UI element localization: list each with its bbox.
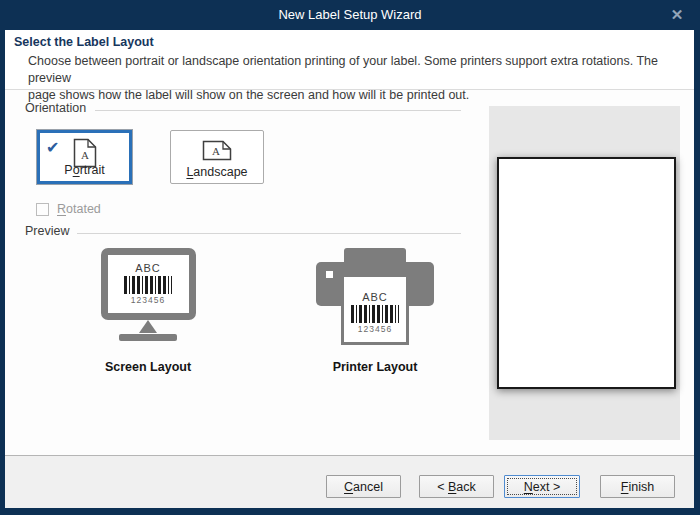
printer-paper: ABC 123456	[341, 274, 409, 345]
group-divider	[95, 110, 461, 111]
barcode-graphic	[351, 305, 399, 323]
label-text: ABC	[349, 291, 401, 304]
label-digits: 123456	[349, 324, 401, 335]
check-icon: ✔	[46, 140, 59, 156]
rotated-checkbox[interactable]	[36, 203, 49, 216]
label-digits: 123456	[122, 295, 174, 306]
label-text: ABC	[122, 262, 174, 275]
svg-text:A: A	[212, 145, 220, 157]
close-icon: ✕	[671, 6, 684, 23]
description-line-1: Choose between portrait or landscape ori…	[28, 53, 694, 87]
finish-button[interactable]: Finish	[600, 475, 675, 498]
svg-text:A: A	[81, 149, 89, 161]
description-line-2: page shows how the label will show on th…	[28, 87, 694, 104]
group-divider	[77, 233, 461, 234]
wizard-header: Select the Label Layout Choose between p…	[5, 30, 694, 90]
landscape-label: Landscape	[171, 165, 263, 179]
new-label-setup-wizard-dialog: New Label Setup Wizard ✕ Select the Labe…	[0, 0, 700, 515]
button-label: Next >	[524, 480, 560, 494]
screen-layout-preview: ABC 123456 Screen Layout	[83, 248, 213, 374]
button-label: Finish	[621, 480, 654, 494]
title-bar: New Label Setup Wizard ✕	[0, 0, 700, 30]
footer-bar: Cancel < Back Next > Finish	[5, 455, 694, 508]
printer-indicator	[326, 271, 333, 278]
printer-paper-slot	[344, 248, 406, 263]
button-label: Cancel	[344, 480, 383, 494]
next-button[interactable]: Next >	[504, 475, 580, 498]
page-description: Choose between portrait or landscape ori…	[28, 53, 694, 104]
dialog-content: Select the Label Layout Choose between p…	[5, 30, 694, 508]
page-title: Select the Label Layout	[14, 35, 154, 49]
monitor-screen: ABC 123456	[101, 248, 196, 320]
portrait-label: Portrait	[40, 163, 129, 177]
screen-layout-caption: Screen Layout	[83, 360, 213, 374]
window-title: New Label Setup Wizard	[278, 7, 421, 22]
page-preview-pane	[489, 106, 680, 440]
landscape-option-button[interactable]: A Landscape	[170, 130, 264, 184]
close-button[interactable]: ✕	[664, 4, 690, 26]
portrait-page-preview	[497, 157, 676, 389]
monitor-stand-base	[119, 334, 177, 341]
portrait-option-button[interactable]: ✔ A Portrait	[37, 130, 132, 184]
preview-group-label: Preview	[25, 224, 69, 238]
printer-layout-caption: Printer Layout	[310, 360, 440, 374]
monitor-icon: ABC 123456	[83, 248, 213, 360]
printer-icon: ABC 123456	[310, 248, 440, 360]
label-artwork: ABC 123456	[349, 291, 401, 335]
back-button[interactable]: < Back	[419, 475, 494, 498]
rotated-label: Rotated	[57, 202, 101, 216]
orientation-group-label: Orientation	[25, 101, 86, 115]
printer-layout-preview: ABC 123456 Printer Layout	[310, 248, 440, 374]
rotated-checkbox-row[interactable]: Rotated	[36, 202, 101, 216]
landscape-page-icon: A	[202, 140, 232, 165]
label-artwork: ABC 123456	[122, 262, 174, 306]
cancel-button[interactable]: Cancel	[326, 475, 401, 498]
barcode-graphic	[124, 276, 172, 294]
button-label: < Back	[437, 480, 476, 494]
monitor-stand-neck	[139, 320, 157, 333]
